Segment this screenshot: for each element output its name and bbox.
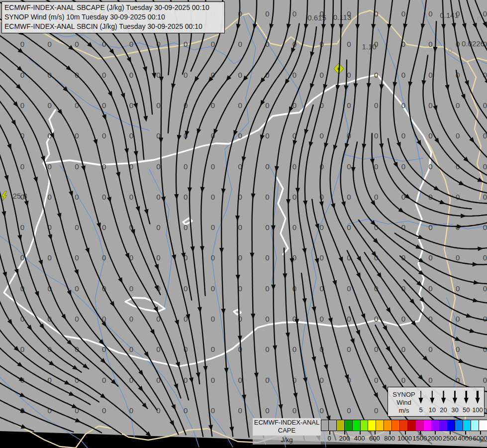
- svg-text:0: 0: [374, 131, 378, 140]
- svg-text:0: 0: [292, 162, 296, 171]
- svg-text:0: 0: [265, 9, 269, 18]
- svg-text:0: 0: [184, 71, 188, 79]
- svg-text:0: 0: [401, 131, 405, 140]
- svg-text:0: 0: [347, 71, 351, 79]
- svg-text:0: 0: [401, 71, 405, 79]
- svg-text:0: 0: [483, 253, 487, 262]
- svg-text:0: 0: [129, 345, 133, 353]
- cape-tick-label: 1000: [397, 435, 412, 442]
- svg-text:0: 0: [428, 131, 432, 140]
- svg-text:0: 0: [48, 193, 52, 201]
- svg-text:0: 0: [320, 131, 324, 140]
- svg-text:0: 0: [428, 284, 432, 293]
- svg-text:0: 0: [20, 40, 24, 48]
- svg-text:0: 0: [184, 406, 188, 415]
- svg-text:0: 0: [102, 101, 106, 110]
- cape-tick-label: 2500: [443, 435, 457, 442]
- svg-text:0: 0: [238, 376, 242, 384]
- svg-text:0.113: 0.113: [333, 13, 351, 21]
- svg-text:0: 0: [129, 315, 133, 323]
- title-line-wind: SYNOP Wind (m/s) 10m Tuesday 30-09-2025 …: [4, 12, 221, 22]
- svg-text:0: 0: [75, 162, 79, 171]
- svg-text:0: 0: [75, 193, 79, 201]
- svg-text:0: 0: [483, 101, 487, 110]
- svg-text:0: 0: [211, 315, 215, 323]
- svg-text:0: 0: [347, 345, 351, 353]
- svg-text:0: 0: [265, 284, 269, 293]
- svg-text:0: 0: [347, 40, 351, 48]
- svg-text:0: 0: [20, 223, 24, 231]
- svg-text:0: 0: [374, 101, 378, 110]
- svg-text:0: 0: [265, 345, 269, 353]
- svg-text:0: 0: [48, 40, 52, 48]
- svg-text:0: 0: [48, 162, 52, 171]
- cape-tick-label: 4000: [458, 435, 472, 442]
- svg-text:0: 0: [265, 193, 269, 201]
- svg-text:0: 0: [401, 345, 405, 353]
- map-title-box: ECMWF-INDEX-ANAL SBCAPE (J/kg) Tuesday 3…: [1, 1, 225, 33]
- cape-tick-label: 200: [339, 435, 350, 442]
- svg-text:0: 0: [238, 101, 242, 110]
- svg-text:0: 0: [265, 315, 269, 323]
- cape-tick: [360, 431, 361, 435]
- svg-text:0: 0: [211, 40, 215, 48]
- svg-text:0: 0: [483, 193, 487, 201]
- svg-text:0: 0: [347, 162, 351, 171]
- svg-text:0: 0: [102, 376, 106, 384]
- cape-tick-label: 1500: [412, 435, 427, 442]
- svg-text:0: 0: [265, 223, 269, 231]
- svg-text:0: 0: [265, 131, 269, 140]
- svg-text:0: 0: [456, 284, 460, 293]
- svg-text:0: 0: [347, 223, 351, 231]
- svg-text:0: 0: [428, 345, 432, 353]
- svg-text:0: 0: [428, 40, 432, 48]
- svg-text:0: 0: [374, 376, 378, 384]
- cape-color-cell: [479, 420, 487, 431]
- cape-tick-label: 0: [327, 435, 331, 442]
- svg-text:0: 0: [48, 101, 52, 110]
- svg-text:0: 0: [428, 71, 432, 79]
- cape-tick: [435, 431, 436, 435]
- svg-text:0: 0: [320, 71, 324, 79]
- svg-text:0: 0: [456, 193, 460, 201]
- svg-text:0: 0: [483, 162, 487, 171]
- svg-text:0: 0: [238, 131, 242, 140]
- svg-text:0: 0: [75, 253, 79, 262]
- svg-text:0.0226: 0.0226: [462, 39, 485, 48]
- svg-text:0: 0: [320, 315, 324, 323]
- cape-tick: [480, 431, 481, 435]
- cape-tick: [450, 431, 451, 435]
- svg-text:0: 0: [401, 162, 405, 171]
- svg-text:5: 5: [419, 406, 422, 414]
- svg-text:0: 0: [238, 253, 242, 262]
- svg-text:0: 0: [129, 406, 133, 415]
- svg-text:0: 0: [48, 406, 52, 415]
- svg-text:0: 0: [477, 14, 481, 23]
- svg-text:0: 0: [211, 253, 215, 262]
- svg-text:0: 0: [211, 376, 215, 384]
- svg-text:0: 0: [483, 345, 487, 353]
- svg-text:0: 0: [292, 406, 296, 415]
- cape-tick: [390, 431, 390, 435]
- cape-tick: [420, 431, 421, 435]
- svg-text:0: 0: [156, 193, 160, 201]
- svg-text:0: 0: [211, 223, 215, 231]
- svg-text:0: 0: [265, 101, 269, 110]
- svg-text:0: 0: [211, 162, 215, 171]
- svg-text:0: 0: [483, 315, 487, 323]
- svg-text:0: 0: [102, 71, 106, 79]
- cape-tick-label: 2000: [428, 435, 442, 442]
- svg-text:0: 0: [347, 101, 351, 110]
- svg-text:0: 0: [401, 101, 405, 110]
- title-line-sbcin: ECMWF-INDEX-ANAL SBCIN (J/kg) Tuesday 30…: [4, 22, 221, 31]
- svg-text:0: 0: [75, 40, 79, 48]
- svg-text:0: 0: [211, 193, 215, 201]
- svg-text:0: 0: [238, 40, 242, 48]
- svg-text:0: 0: [20, 253, 24, 262]
- svg-text:0: 0: [456, 253, 460, 262]
- svg-text:0: 0: [428, 101, 432, 110]
- svg-text:30: 30: [451, 406, 458, 414]
- svg-text:0: 0: [102, 193, 106, 201]
- svg-text:0: 0: [347, 284, 351, 293]
- svg-text:0: 0: [129, 101, 133, 110]
